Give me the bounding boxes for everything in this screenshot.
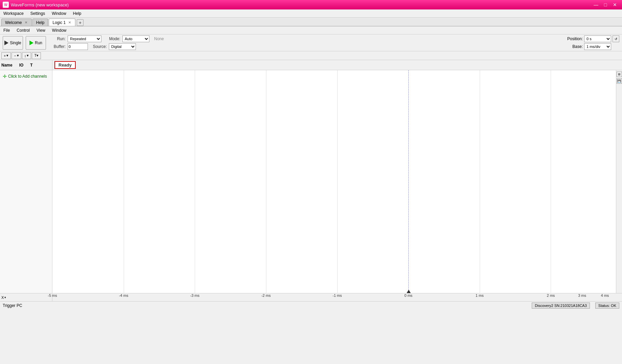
buffer-input[interactable]: 0 xyxy=(68,43,88,50)
col-t: T xyxy=(30,63,32,68)
time-label-plus3: 3 ms xyxy=(578,293,586,297)
save-icon-btn[interactable]: 💾 xyxy=(617,78,622,84)
add-channel-btn[interactable]: +▾ xyxy=(1,52,11,59)
tab-help[interactable]: Help xyxy=(32,19,48,26)
run-mode-section: Run: Repeated Single Screen Mode: Auto N… xyxy=(49,35,164,50)
run-select[interactable]: Repeated Single Screen xyxy=(68,35,101,42)
right-panel-icons: ⊞ 💾 xyxy=(616,70,622,293)
move-icon: ↕ xyxy=(24,54,26,58)
menu-window2[interactable]: Window xyxy=(49,26,70,34)
menu-window[interactable]: Window xyxy=(48,9,70,17)
grid-line-2 xyxy=(195,70,195,293)
tab-bar: Welcome ✕ Help Logic 1 ✕ + xyxy=(0,18,622,26)
add-channels-label: Click to Add channels xyxy=(8,74,47,79)
title-bar: W WaveForms (new workspace) — □ ✕ xyxy=(0,0,622,9)
single-button-label: Single xyxy=(10,41,21,45)
channel-panel: ✛ Click to Add channels xyxy=(0,70,52,293)
none-label: None xyxy=(154,36,164,41)
menu-control[interactable]: Control xyxy=(13,26,33,34)
menu-bar: Workspace Settings Window Help xyxy=(0,9,622,18)
device-label: Discovery2 SN:210321A18CA3 xyxy=(532,303,590,309)
move-channel-btn[interactable]: ↕▾ xyxy=(22,52,31,59)
grid-line-4 xyxy=(337,70,338,293)
status-bar: Trigger PC Discovery2 SN:210321A18CA3 St… xyxy=(0,301,622,309)
time-label-minus4: -4 ms xyxy=(119,293,128,297)
grid-line-1 xyxy=(124,70,124,293)
main-content: ✛ Click to Add channels ⊞ 💾 xyxy=(0,70,622,293)
grid-line-3 xyxy=(266,70,266,293)
position-select[interactable]: 0 s 1 ms xyxy=(584,35,611,42)
single-button[interactable]: Single xyxy=(3,36,23,50)
trigger-btn[interactable]: T▾ xyxy=(32,52,41,59)
tab-logic1-close[interactable]: ✕ xyxy=(68,20,72,25)
minimize-button[interactable]: — xyxy=(592,1,600,8)
menu-file[interactable]: File xyxy=(0,26,13,34)
add-icon: + xyxy=(4,54,6,58)
toolbar: Single Run Run: Repeated Single Screen M… xyxy=(0,34,622,51)
col-name: Name xyxy=(1,63,13,68)
app-icon: W xyxy=(3,2,9,8)
mode-label: Mode: xyxy=(103,36,120,41)
time-axis-spacer: X ▾ xyxy=(0,293,52,301)
buffer-label: Buffer: xyxy=(49,44,66,49)
maximize-button[interactable]: □ xyxy=(601,1,610,8)
col-io: IO xyxy=(19,63,24,68)
add-channels-button[interactable]: ✛ Click to Add channels xyxy=(1,73,51,80)
run-button[interactable]: Run xyxy=(26,36,46,50)
center-grid-line xyxy=(408,70,409,293)
tab-welcome-label: Welcome xyxy=(5,20,22,25)
menu-view[interactable]: View xyxy=(33,26,49,34)
add-channels-plus-icon: ✛ xyxy=(3,74,7,79)
position-refresh-button[interactable]: ↺ xyxy=(613,35,619,42)
status-header-row: Name IO T Ready xyxy=(0,60,622,70)
waveform-area: ⊞ 💾 xyxy=(52,70,622,293)
add-tab-button[interactable]: + xyxy=(77,19,83,26)
time-label-minus5: -5 ms xyxy=(48,293,57,297)
second-menu-bar: File Control View Window xyxy=(0,26,622,34)
tab-logic1[interactable]: Logic 1 ✕ xyxy=(49,19,75,26)
time-label-plus4: 4 ms xyxy=(601,293,609,297)
single-play-icon xyxy=(4,41,8,45)
base-select[interactable]: 1 ms/div 2 ms/div 500 us/div xyxy=(584,43,611,50)
time-label-plus2: 2 ms xyxy=(547,293,555,297)
x-dropdown-icon[interactable]: ▾ xyxy=(4,296,6,299)
close-button[interactable]: ✕ xyxy=(611,1,619,8)
run-label: Run: xyxy=(49,36,66,41)
menu-settings[interactable]: Settings xyxy=(27,9,48,17)
trigger-pc-label: Trigger PC xyxy=(3,303,22,308)
time-label-plus1: 1 ms xyxy=(476,293,484,297)
ready-badge: Ready xyxy=(54,61,76,69)
time-label-0: 0 ms xyxy=(404,293,412,297)
menu-workspace[interactable]: Workspace xyxy=(0,9,27,17)
source-label: Source: xyxy=(90,44,107,49)
tab-welcome-close[interactable]: ✕ xyxy=(24,20,28,25)
tab-welcome[interactable]: Welcome ✕ xyxy=(1,19,32,26)
source-select[interactable]: Digital Analog xyxy=(109,43,136,50)
grid-line-7 xyxy=(551,70,551,293)
zoom-icon-btn[interactable]: ⊞ xyxy=(617,72,622,77)
x-axis-label: X xyxy=(1,295,4,300)
time-axis-ruler: -5 ms -4 ms -3 ms -2 ms -1 ms 0 ms 1 ms … xyxy=(52,293,622,301)
remove-channel-btn[interactable]: −▾ xyxy=(11,52,21,59)
status-ok-label: Status: OK xyxy=(595,303,619,309)
menu-help[interactable]: Help xyxy=(70,9,85,17)
minus-icon: − xyxy=(14,54,16,58)
tab-help-label: Help xyxy=(36,20,45,25)
window-controls: — □ ✕ xyxy=(592,1,619,8)
base-label: Base: xyxy=(563,44,583,49)
channel-columns: Name IO T xyxy=(0,60,52,70)
trigger-marker xyxy=(407,290,411,293)
position-base-section: Position: 0 s 1 ms ↺ Base: 1 ms/div 2 ms… xyxy=(563,35,619,50)
grid-line-6 xyxy=(480,70,480,293)
app-title: WaveForms (new workspace) xyxy=(11,2,69,7)
mode-select[interactable]: Auto Normal Single xyxy=(122,35,149,42)
time-label-minus1: -1 ms xyxy=(333,293,342,297)
time-label-minus2: -2 ms xyxy=(261,293,271,297)
run-button-label: Run xyxy=(35,41,42,45)
tab-logic1-label: Logic 1 xyxy=(52,20,66,25)
time-axis: X ▾ -5 ms -4 ms -3 ms -2 ms -1 ms 0 ms 1… xyxy=(0,293,622,301)
channel-toolbar: +▾ −▾ ↕▾ T▾ xyxy=(0,51,622,60)
run-play-icon xyxy=(29,41,33,45)
time-label-minus3: -3 ms xyxy=(190,293,200,297)
position-label: Position: xyxy=(563,36,583,41)
